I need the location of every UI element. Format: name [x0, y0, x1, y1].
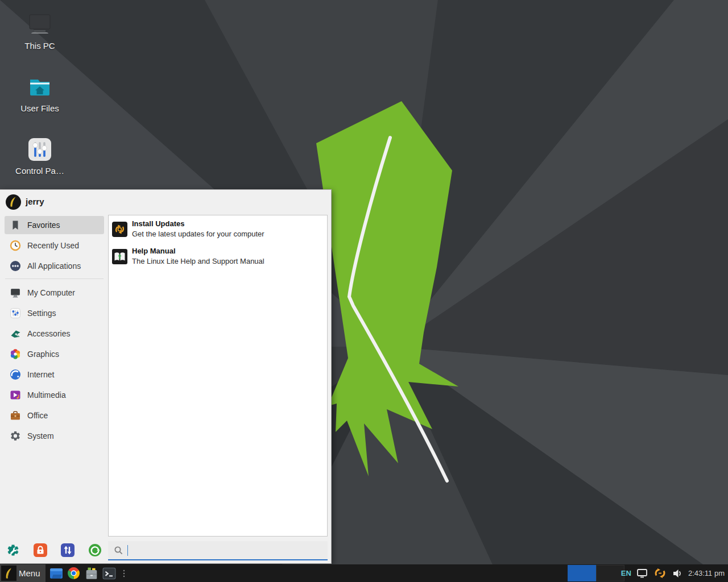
category-multimedia[interactable]: Multimedia — [5, 386, 104, 404]
sidebar-item-label: Recently Used — [27, 241, 79, 250]
up-down-arrows-icon — [61, 549, 75, 559]
file-manager-icon — [49, 572, 63, 582]
power-restart-icon — [88, 549, 102, 559]
terminal-launcher[interactable] — [102, 567, 116, 580]
user-avatar[interactable] — [6, 194, 21, 210]
bookmark-icon — [10, 219, 21, 231]
category-my-computer[interactable]: My Computer — [5, 284, 104, 302]
category-label: Settings — [27, 309, 56, 318]
chrome-icon — [67, 572, 80, 581]
user-name: jerry — [26, 197, 44, 206]
internet-globe-icon — [10, 369, 21, 380]
volume-icon[interactable] — [672, 568, 683, 579]
category-accessories[interactable]: Accessories — [5, 325, 104, 343]
sidebar-separator — [5, 278, 104, 279]
panel-handle-icon[interactable] — [121, 567, 127, 580]
app-title: Install Updates — [132, 219, 264, 229]
app-list: Install Updates Get the latest updates f… — [108, 215, 328, 537]
category-system[interactable]: System — [5, 427, 104, 445]
menu-sidebar: Favorites Recently Used All Applications… — [5, 216, 104, 447]
sidebar-item-favorites[interactable]: Favorites — [5, 216, 104, 234]
settings-manager-button[interactable] — [5, 542, 21, 558]
app-title: Help Manual — [132, 246, 264, 256]
workspace-switcher[interactable] — [568, 565, 624, 581]
clock[interactable]: 2:43:11 pm — [688, 569, 725, 577]
category-label: Internet — [27, 370, 54, 379]
office-briefcase-icon — [10, 410, 21, 421]
category-label: My Computer — [27, 288, 75, 297]
category-label: System — [27, 431, 54, 440]
clock-icon — [10, 240, 21, 251]
category-internet[interactable]: Internet — [5, 365, 104, 384]
updates-tray-icon[interactable] — [653, 567, 667, 580]
taskbar-launchers — [46, 567, 116, 580]
search-input[interactable] — [128, 541, 328, 560]
computer-icon — [10, 287, 21, 298]
workspace-1[interactable] — [568, 565, 596, 581]
desktop: This PC User Files Control Pa… jerry Fav… — [0, 0, 728, 582]
all-apps-icon — [10, 260, 21, 272]
graphics-icon — [10, 348, 21, 360]
taskbar: Menu EN — [0, 564, 728, 582]
menu-header: jerry — [0, 190, 331, 215]
keyboard-layout-indicator[interactable]: EN — [621, 569, 631, 577]
category-office[interactable]: Office — [5, 406, 104, 425]
help-manual-icon — [112, 249, 127, 264]
desktop-icon-1[interactable]: User Files — [7, 74, 73, 113]
shutdown-button[interactable] — [87, 542, 103, 558]
lock-icon — [34, 549, 47, 559]
search-bar[interactable] — [108, 541, 328, 560]
install-updates-icon — [112, 222, 127, 237]
category-graphics[interactable]: Graphics — [5, 345, 104, 363]
desktop-icon-label: Control Pa… — [7, 166, 73, 176]
home-folder-icon — [27, 74, 53, 100]
workspace-2[interactable] — [596, 565, 624, 581]
category-label: Graphics — [27, 350, 59, 359]
application-menu: jerry Favorites Recently Used All Applic… — [0, 189, 332, 564]
desktop-icon-label: User Files — [7, 103, 73, 113]
category-label: Office — [27, 411, 48, 420]
lock-screen-button[interactable] — [32, 542, 48, 558]
sidebar-item-label: All Applications — [27, 261, 81, 271]
sidebar-item-label: Favorites — [27, 221, 60, 230]
monitor-desktop-icon — [27, 11, 53, 38]
app-install-updates[interactable]: Install Updates Get the latest updates f… — [109, 215, 327, 243]
desktop-icon-2[interactable]: Control Pa… — [7, 136, 73, 176]
archive-launcher[interactable] — [85, 567, 98, 580]
gear-wrench-icon — [6, 549, 20, 559]
accessories-icon — [10, 328, 21, 339]
menu-button-label: Menu — [19, 568, 40, 578]
desktop-icon-0[interactable]: This PC — [7, 11, 73, 51]
app-subtitle: The Linux Lite Help and Support Manual — [132, 256, 264, 267]
linux-lite-feather-icon — [1, 566, 16, 581]
control-panel-icon — [27, 136, 53, 163]
desktop-icon-label: This PC — [7, 41, 73, 51]
category-settings[interactable]: Settings — [5, 304, 104, 322]
display-icon[interactable] — [636, 568, 648, 579]
system-tray: EN 2:43:11 pm — [621, 564, 725, 582]
app-help-manual[interactable]: Help Manual The Linux Lite Help and Supp… — [109, 243, 327, 270]
menu-button[interactable]: Menu — [0, 564, 46, 582]
system-gear-icon — [10, 430, 21, 442]
category-label: Accessories — [27, 329, 70, 338]
menu-action-row — [5, 542, 103, 558]
search-icon — [114, 546, 123, 555]
sidebar-item-recently-used[interactable]: Recently Used — [5, 236, 104, 255]
category-label: Multimedia — [27, 390, 66, 400]
file-manager-launcher[interactable] — [49, 567, 63, 580]
multimedia-icon — [10, 389, 21, 401]
terminal-icon — [102, 572, 116, 582]
app-subtitle: Get the latest updates for your computer — [132, 229, 264, 239]
settings-sliders-icon — [10, 307, 21, 319]
chrome-launcher[interactable] — [67, 567, 81, 580]
switch-user-button[interactable] — [60, 542, 76, 558]
sidebar-item-all-applications[interactable]: All Applications — [5, 257, 104, 275]
file-cabinet-icon — [85, 572, 98, 582]
